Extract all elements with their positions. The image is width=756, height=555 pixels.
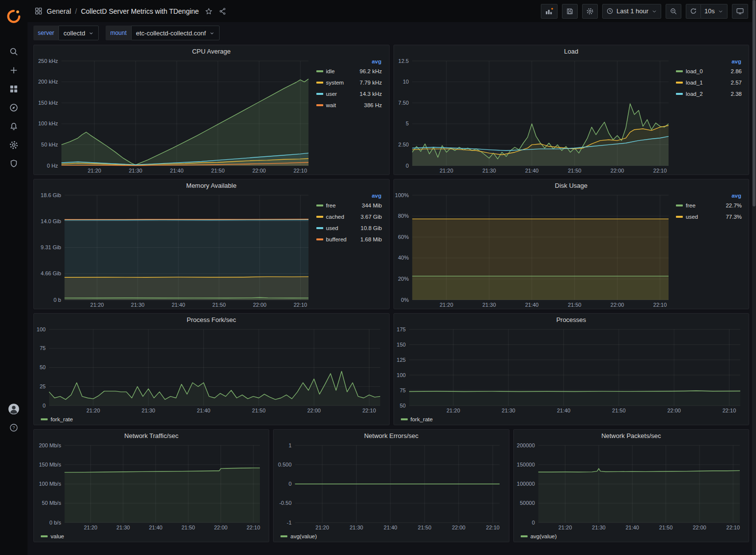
scrollbar-thumb[interactable] (753, 0, 756, 206)
save-button[interactable] (562, 4, 578, 19)
legend-item[interactable]: idle96.2 kHz (316, 65, 382, 77)
series-color-icon (676, 82, 683, 84)
chart-area[interactable]: 0 b4.66 Gib9.31 Gib14.0 Gib18.6 Gib21:20… (35, 191, 315, 309)
legend-item[interactable]: free344 Mib (316, 200, 382, 211)
chart-area[interactable]: 02.5057.501012.521:2021:3021:4021:5022:0… (395, 57, 675, 175)
legend-avg-header: avg (676, 191, 742, 200)
svg-text:0: 0 (43, 403, 46, 409)
panel-header[interactable]: Disk Usage (394, 179, 749, 191)
chart-canvas[interactable]: 05000010000015000020000021:2021:3021:402… (515, 441, 747, 531)
time-range-picker[interactable]: Last 1 hour (602, 4, 661, 19)
grafana-logo-icon[interactable] (3, 3, 24, 29)
chart-canvas[interactable]: -1-0.5000.500121:2021:3021:4021:5022:002… (275, 441, 506, 531)
svg-text:22:00: 22:00 (452, 525, 466, 530)
legend: avgfree344 Mibcached3.67 Gibused10.8 Gib… (315, 191, 387, 309)
chart-canvas[interactable]: 0%20%40%60%80%100%21:2021:3021:4021:5022… (395, 191, 675, 309)
svg-text:21:40: 21:40 (170, 168, 184, 174)
breadcrumb-separator: / (75, 7, 77, 15)
legend-item[interactable]: load_22.38 (676, 88, 742, 99)
refresh-button[interactable] (686, 4, 701, 19)
svg-text:21:40: 21:40 (171, 302, 185, 308)
panel-header[interactable]: Network Errors/sec (274, 430, 508, 441)
legend-item[interactable]: avg(value) (521, 533, 557, 539)
svg-text:21:30: 21:30 (482, 168, 496, 174)
series-avg-value: 22.7% (726, 203, 742, 208)
breadcrumb-folder[interactable]: General (47, 7, 71, 15)
svg-text:22:00: 22:00 (610, 168, 624, 174)
help-question-icon[interactable]: ? (3, 418, 24, 437)
chart-canvas[interactable]: 0 b/s50 Mb/s100 Mb/s150 Mb/s200 Mb/s21:2… (35, 441, 267, 531)
create-plus-icon[interactable] (3, 61, 24, 80)
chart-area[interactable]: 025507510021:2021:3021:4021:5022:0022:10 (35, 325, 387, 414)
explore-compass-icon[interactable] (3, 98, 24, 117)
scrollbar-track[interactable] (752, 0, 756, 555)
series-color-icon (676, 93, 683, 95)
svg-text:21:30: 21:30 (350, 525, 364, 530)
dashboard-squares-icon (34, 7, 43, 15)
panel-header[interactable]: Load (394, 45, 749, 57)
legend-item[interactable]: fork_rate (41, 416, 73, 422)
legend-avg-header: avg (316, 57, 382, 65)
svg-text:150: 150 (396, 342, 405, 348)
configuration-gear-icon[interactable] (3, 136, 24, 154)
refresh-interval-picker[interactable]: 10s (701, 4, 728, 19)
legend-item[interactable]: wait386 Hz (316, 99, 382, 111)
dashboards-grid-icon[interactable] (3, 80, 24, 98)
zoom-out-button[interactable] (666, 4, 681, 19)
panel-header[interactable]: Network Packets/sec (514, 430, 749, 441)
chart-canvas[interactable]: 0 b4.66 Gib9.31 Gib14.0 Gib18.6 Gib21:20… (35, 191, 315, 309)
chart-area[interactable]: 05000010000015000020000021:2021:3021:402… (515, 441, 747, 531)
panel-header[interactable]: Processes (394, 314, 749, 325)
alerting-bell-icon[interactable] (3, 117, 24, 136)
variable-value-dropdown[interactable]: etc-collectd-collectd.conf (131, 26, 220, 40)
add-panel-button[interactable] (541, 4, 558, 19)
panel-header[interactable]: Network Traffic/sec (34, 430, 269, 441)
legend-item[interactable]: used77.3% (676, 211, 742, 222)
legend-item[interactable]: load_12.57 (676, 77, 742, 88)
chart-canvas[interactable]: 507510012515017521:2021:3021:4021:5022:0… (395, 325, 747, 414)
chart-canvas[interactable]: 0 Hz50 kHz100 kHz150 kHz200 kHz250 kHz21… (35, 57, 315, 175)
cycle-view-button[interactable] (732, 4, 748, 19)
svg-text:250 kHz: 250 kHz (38, 58, 58, 64)
series-color-icon (316, 104, 323, 106)
chart-canvas[interactable]: 025507510021:2021:3021:4021:5022:0022:10 (35, 325, 387, 414)
panel-header[interactable]: Memory Available (34, 179, 389, 191)
svg-text:50: 50 (399, 403, 405, 409)
chart-canvas[interactable]: 02.5057.501012.521:2021:3021:4021:5022:0… (395, 57, 675, 175)
share-icon[interactable] (219, 7, 226, 15)
series-name: fork_rate (411, 416, 433, 422)
legend-item[interactable]: used10.8 Gib (316, 222, 382, 234)
legend-item[interactable]: fork_rate (401, 416, 433, 422)
legend-item[interactable]: system7.79 kHz (316, 77, 382, 88)
legend-item[interactable]: cached3.67 Gib (316, 211, 382, 222)
chart-area[interactable]: 507510012515017521:2021:3021:4021:5022:0… (395, 325, 747, 414)
svg-text:21:50: 21:50 (211, 168, 225, 174)
svg-text:22:00: 22:00 (214, 525, 228, 530)
user-avatar[interactable] (3, 400, 24, 418)
search-icon[interactable] (3, 42, 24, 61)
dashboard-settings-button[interactable] (582, 4, 598, 19)
legend-item[interactable]: user14.3 kHz (316, 88, 382, 99)
variable-value-dropdown[interactable]: collectd (58, 26, 99, 40)
legend-item[interactable]: buffered1.68 Mib (316, 234, 382, 245)
server-admin-shield-icon[interactable] (3, 154, 24, 173)
series-avg-value: 2.57 (731, 80, 742, 86)
svg-text:10: 10 (402, 79, 408, 85)
star-icon[interactable] (205, 7, 213, 15)
svg-text:125: 125 (396, 357, 405, 363)
panel-header[interactable]: Process Fork/sec (34, 314, 389, 325)
svg-text:-1: -1 (287, 520, 292, 526)
legend-item[interactable]: free22.7% (676, 200, 742, 211)
panel-header[interactable]: CPU Average (34, 45, 389, 57)
svg-text:21:50: 21:50 (567, 302, 581, 308)
legend-item[interactable]: value (41, 533, 64, 539)
chart-area[interactable]: 0 b/s50 Mb/s100 Mb/s150 Mb/s200 Mb/s21:2… (35, 441, 267, 531)
panel-body: 0%20%40%60%80%100%21:2021:3021:4021:5022… (394, 191, 749, 309)
legend-item[interactable]: load_02.86 (676, 65, 742, 77)
legend-item[interactable]: avg(value) (280, 533, 317, 539)
chart-area[interactable]: 0%20%40%60%80%100%21:2021:3021:4021:5022… (395, 191, 675, 309)
chart-area[interactable]: -1-0.5000.500121:2021:3021:4021:5022:002… (275, 441, 506, 531)
series-avg-value: 2.38 (731, 91, 742, 97)
chart-area[interactable]: 0 Hz50 kHz100 kHz150 kHz200 kHz250 kHz21… (35, 57, 315, 175)
series-name: used (326, 225, 338, 231)
